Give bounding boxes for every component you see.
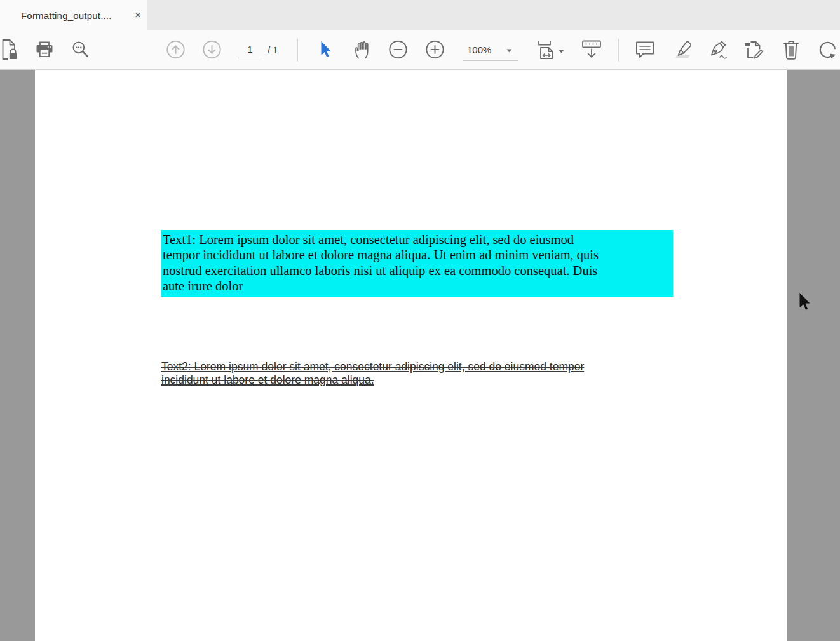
comment-icon[interactable] [635, 40, 655, 59]
pdf-page[interactable]: Text1: Lorem ipsum dolor sit amet, conse… [35, 70, 787, 641]
strikethrough-underline-text-annotation[interactable]: Text2: Lorem ipsum dolor sit amet, conse… [161, 360, 584, 387]
fill-sign-icon[interactable] [707, 40, 729, 59]
zoom-level-value: 100% [467, 44, 491, 55]
toolbar-separator [297, 39, 298, 62]
edit-pdf-icon[interactable] [743, 40, 765, 59]
tab-close-icon[interactable]: × [132, 9, 144, 22]
highlighter-icon[interactable] [672, 40, 693, 59]
tab-bar: Formatting_output.... × [0, 0, 840, 30]
document-tab[interactable]: Formatting_output.... [0, 0, 147, 30]
chevron-down-icon[interactable] [559, 50, 564, 53]
search-icon[interactable] [72, 41, 90, 58]
toolbar: / 1 [0, 30, 840, 70]
document-lock-icon[interactable] [1, 39, 18, 60]
mouse-cursor [798, 292, 812, 316]
hand-tool-icon[interactable] [353, 40, 372, 59]
redo-icon[interactable] [818, 40, 837, 59]
zoom-in-icon[interactable] [426, 41, 444, 59]
text-line: incididunt ut labore et dolore magna ali… [161, 374, 584, 387]
delete-icon[interactable] [782, 39, 800, 60]
print-icon[interactable] [35, 40, 54, 59]
text-line: nostrud exercitation ullamco laboris nis… [163, 263, 673, 278]
page-down-icon[interactable] [203, 41, 221, 59]
fit-width-icon[interactable] [537, 40, 558, 60]
highlighted-text-annotation[interactable]: Text1: Lorem ipsum dolor sit amet, conse… [161, 230, 673, 297]
zoom-out-icon[interactable] [389, 41, 407, 59]
tab-title: Formatting_output.... [21, 10, 112, 21]
document-canvas[interactable]: Text1: Lorem ipsum dolor sit amet, conse… [0, 70, 840, 641]
text-line: tempor incididunt ut labore et dolore ma… [163, 247, 673, 262]
page-up-icon[interactable] [166, 41, 185, 59]
chevron-down-icon [506, 44, 512, 55]
text-line: Text1: Lorem ipsum dolor sit amet, conse… [163, 232, 673, 247]
zoom-level-dropdown[interactable]: 100% [463, 39, 518, 61]
select-tool-icon[interactable] [320, 41, 333, 58]
pdf-viewer-window: Formatting_output.... × [0, 0, 840, 641]
text-line: Text2: Lorem ipsum dolor sit amet, conse… [161, 360, 584, 374]
hide-toolbar-icon[interactable] [581, 40, 602, 60]
page-number-input[interactable] [238, 41, 262, 58]
toolbar-separator [618, 39, 619, 62]
page-count-label: / 1 [268, 44, 278, 55]
text-line: aute irure dolor [163, 278, 673, 294]
